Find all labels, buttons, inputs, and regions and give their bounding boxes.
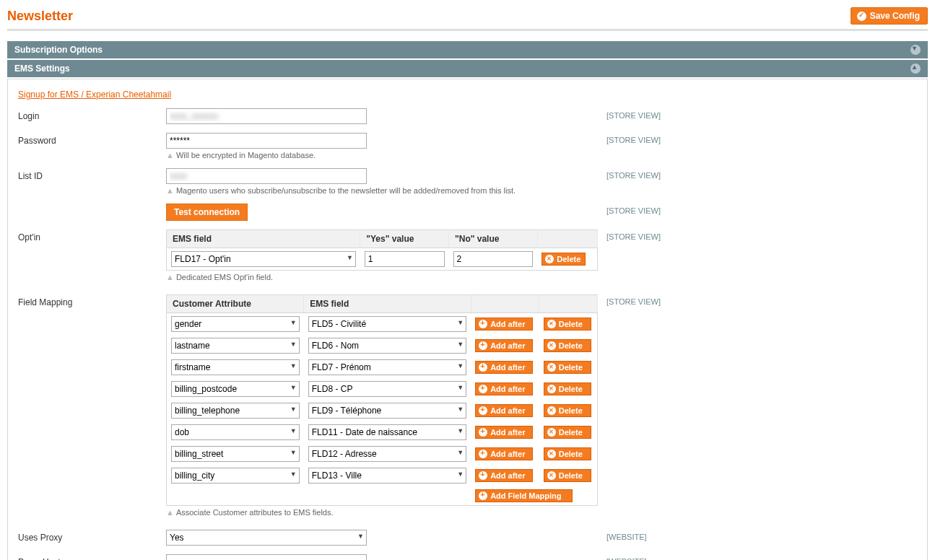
optin-no-input[interactable] (453, 251, 534, 267)
field-mapping-row: billing_streetFLD12 - AdresseAdd afterDe… (167, 443, 598, 465)
mapping-ems-select[interactable]: FLD8 - CP (308, 381, 466, 397)
mapping-ems-select[interactable]: FLD12 - Adresse (308, 446, 466, 462)
add-after-label: Add after (490, 406, 525, 415)
scope-store-view: [STORE VIEW] (606, 204, 715, 215)
test-connection-button[interactable]: Test connection (166, 204, 248, 221)
add-after-button[interactable]: Add after (475, 469, 533, 482)
field-mapping-label: Field Mapping (18, 294, 166, 307)
list-id-input[interactable] (166, 168, 367, 184)
add-field-mapping-button[interactable]: Add Field Mapping (475, 489, 573, 502)
delete-icon (547, 428, 556, 437)
section-title: Subscription Options (14, 45, 103, 55)
delete-button[interactable]: Delete (544, 339, 591, 352)
delete-label: Delete (559, 471, 583, 480)
mapping-ems-select[interactable]: FLD9 - Téléphone (308, 403, 466, 419)
add-field-mapping-label: Add Field Mapping (490, 491, 561, 500)
delete-button[interactable]: Delete (544, 382, 591, 395)
plus-icon (479, 385, 487, 393)
add-after-button[interactable]: Add after (475, 426, 533, 439)
plus-icon (479, 406, 487, 415)
mapping-ems-select[interactable]: FLD11 - Date de naissance (308, 424, 466, 440)
scope-website: [WEBSITE] (606, 554, 715, 560)
delete-icon (547, 385, 556, 393)
plus-icon (479, 320, 487, 328)
optin-yes-input[interactable] (365, 251, 445, 267)
chevron-up-icon (910, 64, 921, 74)
optin-header-yes: "Yes" value (360, 230, 449, 248)
add-after-button[interactable]: Add after (475, 447, 533, 460)
field-mapping-row: billing_cityFLD13 - VilleAdd afterDelete (167, 465, 598, 486)
uses-proxy-label: Uses Proxy (18, 530, 166, 543)
plus-icon (479, 491, 487, 500)
delete-icon (547, 406, 556, 415)
add-after-label: Add after (490, 363, 525, 372)
mapping-ems-select[interactable]: FLD7 - Prénom (308, 359, 466, 375)
password-label: Password (18, 133, 166, 146)
mapping-attr-select[interactable]: dob (171, 424, 300, 440)
plus-icon (479, 450, 487, 458)
save-config-label: Save Config (870, 11, 920, 21)
delete-button[interactable]: Delete (544, 318, 591, 331)
scope-store-view: [STORE VIEW] (606, 108, 715, 120)
add-after-label: Add after (490, 385, 525, 393)
password-hint: Will be encrypted in Magento database. (176, 151, 316, 159)
optin-table: EMS field "Yes" value "No" value FLD17 -… (166, 229, 598, 271)
delete-label: Delete (559, 406, 583, 415)
scope-store-view: [STORE VIEW] (606, 294, 715, 306)
plus-icon (479, 428, 487, 437)
add-after-button[interactable]: Add after (475, 382, 533, 395)
delete-button[interactable]: Delete (544, 469, 591, 482)
mapping-attr-select[interactable]: billing_telephone (171, 403, 300, 419)
optin-row: FLD17 - Opt'in Delete (167, 248, 598, 271)
scope-store-view: [STORE VIEW] (606, 133, 715, 144)
optin-delete-button[interactable]: Delete (542, 253, 586, 266)
mapping-attr-select[interactable]: billing_city (171, 468, 300, 484)
delete-label: Delete (559, 363, 583, 372)
signup-ems-link[interactable]: Signup for EMS / Experian Cheetahmail (18, 89, 171, 100)
chevron-down-icon (910, 45, 921, 55)
delete-button[interactable]: Delete (544, 447, 591, 460)
add-after-label: Add after (490, 341, 525, 350)
mapping-attr-select[interactable]: gender (171, 316, 300, 332)
section-title: EMS Settings (14, 64, 70, 74)
field-mapping-row: billing_telephoneFLD9 - TéléphoneAdd aft… (167, 400, 598, 421)
add-after-label: Add after (490, 428, 525, 437)
field-mapping-header-ems: EMS field (304, 295, 471, 313)
delete-label: Delete (559, 428, 583, 437)
add-after-button[interactable]: Add after (475, 361, 533, 374)
delete-label: Delete (557, 255, 580, 263)
delete-button[interactable]: Delete (544, 404, 591, 417)
mapping-attr-select[interactable]: billing_street (171, 446, 300, 462)
mapping-ems-select[interactable]: FLD6 - Nom (308, 338, 466, 354)
mapping-attr-select[interactable]: lastname (171, 338, 300, 354)
uses-proxy-select[interactable]: Yes (166, 530, 367, 546)
add-after-button[interactable]: Add after (475, 318, 533, 331)
save-config-button[interactable]: Save Config (851, 7, 928, 25)
field-mapping-table: Customer Attribute EMS field genderFLD5 … (166, 294, 598, 506)
delete-label: Delete (559, 450, 583, 458)
proxy-host-input[interactable] (166, 554, 367, 560)
optin-emsfield-select[interactable]: FLD17 - Opt'in (171, 251, 356, 267)
add-after-button[interactable]: Add after (475, 339, 533, 352)
field-mapping-header-attr: Customer Attribute (167, 295, 304, 313)
password-input[interactable] (166, 133, 367, 149)
plus-icon (479, 341, 487, 350)
delete-button[interactable]: Delete (544, 361, 591, 374)
mapping-attr-select[interactable]: firstname (171, 359, 300, 375)
add-after-button[interactable]: Add after (475, 404, 533, 417)
scope-website: [WEBSITE] (606, 530, 715, 541)
login-input[interactable] (166, 108, 367, 124)
mapping-attr-select[interactable]: billing_postcode (171, 381, 300, 397)
mapping-ems-select[interactable]: FLD13 - Ville (308, 468, 466, 484)
delete-label: Delete (559, 320, 583, 328)
section-ems-settings[interactable]: EMS Settings (7, 60, 928, 77)
mapping-ems-select[interactable]: FLD5 - Civilité (308, 316, 466, 332)
delete-icon (547, 450, 556, 458)
optin-hint: Dedicated EMS Opt'in field. (176, 273, 273, 281)
delete-button[interactable]: Delete (544, 426, 591, 439)
section-subscription-options[interactable]: Subscription Options (7, 41, 928, 58)
field-mapping-row: firstnameFLD7 - PrénomAdd afterDelete (167, 356, 598, 378)
delete-icon (547, 363, 556, 372)
delete-label: Delete (559, 341, 583, 350)
list-id-label: List ID (18, 168, 166, 181)
